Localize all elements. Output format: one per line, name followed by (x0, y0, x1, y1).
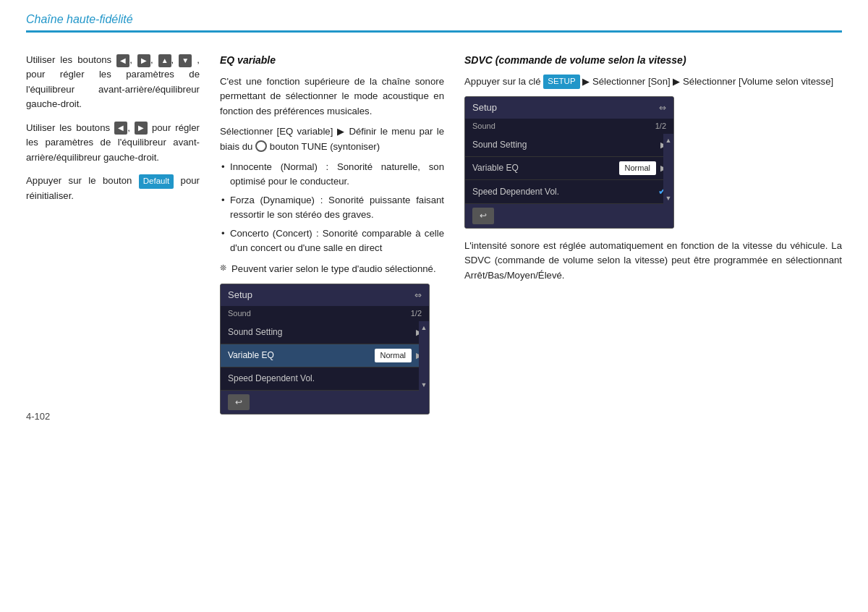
default-button[interactable]: Default (139, 174, 174, 189)
row-label-1-2: Variable EQ (228, 349, 375, 362)
mid-note: Peuvent varier selon le type d'audio sél… (220, 262, 444, 276)
setup-title-bar-1: Setup ⇔ (221, 284, 429, 306)
row-label-1-1: Sound Setting (228, 326, 416, 339)
right-p2: L'intensité sonore est réglée automatiqu… (464, 239, 842, 283)
setup-key-button[interactable]: SETUP (543, 75, 579, 89)
setup-row-2-3[interactable]: Speed Dependent Vol. ✔ (465, 180, 673, 204)
left-p2: Utiliser les boutons ◀, ▶ pour régler le… (26, 121, 200, 165)
left-arrow-icon: ◀ (116, 54, 129, 67)
row-label-2-2: Variable EQ (472, 161, 619, 175)
right-p1: Appuyer sur la clé SETUP ▶ Sélectionner … (464, 75, 842, 89)
scroll-up-2: ▲ (665, 136, 672, 146)
row-value-1-2: Normal (375, 349, 412, 362)
page-container: Chaîne haute-fidélité Utiliser les bouto… (0, 0, 868, 436)
down-arrow-icon: ▼ (179, 54, 192, 67)
row-label-2-1: Sound Setting (472, 138, 660, 152)
row-label-2-3: Speed Dependent Vol. (472, 185, 658, 199)
scroll-down-2: ▼ (665, 194, 672, 204)
setup-arrows-2: ⇔ (659, 101, 666, 115)
content-area: Utiliser les boutons ◀, ▶, ▲, ▼ , pour r… (26, 53, 842, 415)
setup-row-1-3[interactable]: Speed Dependent Vol. (221, 367, 429, 391)
bullet-forza: Forza (Dynamique) : Sonorité puissante f… (220, 193, 444, 223)
page-number: 4-102 (26, 411, 50, 422)
back-button-2[interactable]: ↩ (472, 208, 494, 224)
mid-bullet-list: Innocente (Normal) : Sonorité naturelle,… (220, 160, 444, 256)
setup-title-2: Setup (472, 101, 497, 115)
setup-back-row-2: ↩ (465, 204, 673, 228)
setup-row-2-1[interactable]: Sound Setting ▶ (465, 134, 673, 157)
mid-p1: C'est une fonction supérieure de la chaî… (220, 75, 444, 119)
setup-arrows-1: ⇔ (414, 289, 422, 302)
scrollbar-2: ▲ ▼ (663, 134, 673, 204)
scrollbar-1: ▲ ▼ (419, 321, 429, 390)
left-p3: Appuyer sur le bouton Default pour réini… (26, 174, 200, 203)
setup-subtitle-2: Sound 1/2 (465, 119, 673, 134)
setup-screen-1: Setup ⇔ Sound 1/2 Sound Setting ▶ Variab… (220, 284, 430, 415)
setup-subtitle-sound-1: Sound (228, 307, 251, 320)
mid-heading: EQ variable (220, 53, 444, 69)
tune-icon (255, 140, 267, 152)
setup-subtitle-page-2: 1/2 (655, 120, 666, 132)
page-title: Chaîne haute-fidélité (26, 13, 842, 26)
mid-p2: Sélectionner [EQ variable] ▶ Définir le … (220, 124, 444, 154)
setup-back-row-1: ↩ (221, 391, 429, 415)
row-label-1-3: Speed Dependent Vol. (228, 372, 422, 386)
left-arrow2-icon: ◀ (114, 122, 127, 135)
row-value-2-2: Normal (619, 161, 656, 175)
setup-subtitle-1: Sound 1/2 (221, 306, 429, 321)
setup-row-1-2[interactable]: Variable EQ Normal ▶ (221, 344, 429, 367)
right-heading: SDVC (commande de volume selon la vitess… (464, 53, 842, 69)
bullet-innocente: Innocente (Normal) : Sonorité naturelle,… (220, 160, 444, 190)
col-right: SDVC (commande de volume selon la vitess… (464, 53, 842, 290)
setup-screen-2: Setup ⇔ Sound 1/2 Sound Setting ▶ Variab… (464, 96, 674, 229)
scroll-down-1: ▼ (421, 381, 427, 391)
up-arrow-icon: ▲ (158, 54, 171, 67)
scroll-up-1: ▲ (421, 323, 427, 333)
setup-subtitle-sound-2: Sound (472, 120, 495, 132)
col-left: Utiliser les boutons ◀, ▶, ▲, ▼ , pour r… (26, 53, 200, 212)
setup-title-bar-2: Setup ⇔ (465, 97, 673, 119)
bullet-concerto: Concerto (Concert) : Sonorité comparable… (220, 226, 444, 256)
page-footer: 4-102 (26, 411, 50, 422)
setup-row-2-2[interactable]: Variable EQ Normal ▶ (465, 157, 673, 180)
right-arrow2-icon: ▶ (135, 122, 148, 135)
left-p1: Utiliser les boutons ◀, ▶, ▲, ▼ , pour r… (26, 53, 200, 112)
setup-row-1-1[interactable]: Sound Setting ▶ (221, 321, 429, 344)
right-arrow-icon: ▶ (137, 54, 150, 67)
col-mid: EQ variable C'est une fonction supérieur… (220, 53, 444, 415)
page-header: Chaîne haute-fidélité (26, 13, 842, 33)
setup-subtitle-page-1: 1/2 (411, 307, 422, 320)
setup-title-1: Setup (228, 288, 252, 302)
back-button-1[interactable]: ↩ (228, 394, 250, 411)
